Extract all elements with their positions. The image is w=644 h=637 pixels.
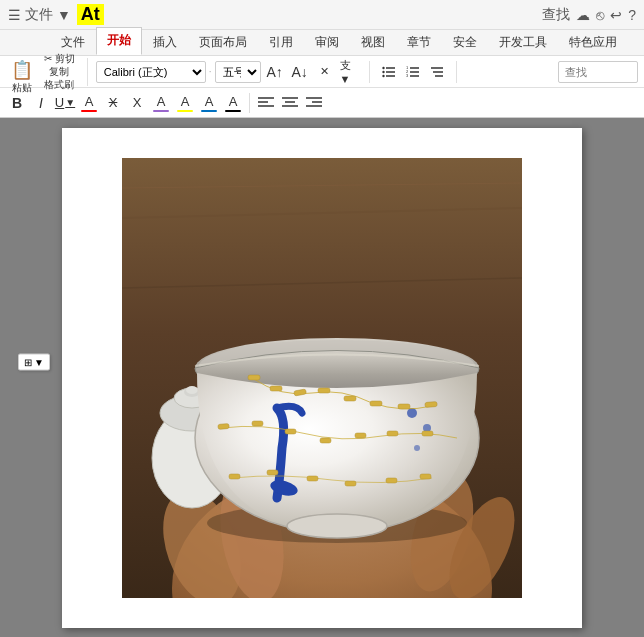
tab-developer[interactable]: 开发工具 [488, 29, 558, 55]
cut-button[interactable]: ✂ 剪切 [40, 53, 79, 65]
bold-button[interactable]: B [6, 92, 28, 114]
svg-rect-61 [422, 431, 433, 436]
tab-layout[interactable]: 页面布局 [188, 29, 258, 55]
svg-rect-53 [398, 404, 410, 409]
svg-point-46 [414, 445, 420, 451]
svg-rect-60 [387, 431, 398, 436]
action-arrow: ▼ [34, 356, 44, 367]
tab-insert[interactable]: 插入 [142, 29, 188, 55]
bowl-image [122, 158, 522, 598]
list-group: 123 [378, 61, 457, 83]
svg-point-4 [382, 70, 384, 72]
svg-rect-48 [270, 386, 282, 391]
share-icon[interactable]: ⎋ [596, 7, 604, 23]
font-size-select[interactable]: 五号 [215, 61, 261, 83]
tab-security[interactable]: 安全 [442, 29, 488, 55]
search-input[interactable] [558, 61, 638, 83]
image-action-button[interactable]: ⊞ ▼ [18, 353, 50, 370]
svg-point-5 [382, 74, 384, 76]
copy-button[interactable]: 复制 [40, 66, 79, 78]
grow-font-button[interactable]: A↑ [264, 61, 286, 83]
svg-rect-55 [218, 423, 229, 429]
paste-button[interactable]: 📋 粘贴 [6, 58, 38, 86]
help-icon[interactable]: ? [628, 7, 636, 23]
tab-chapter[interactable]: 章节 [396, 29, 442, 55]
svg-rect-52 [370, 401, 382, 406]
title-bar-left: ☰ 文件 ▼ [8, 6, 71, 24]
svg-rect-57 [285, 429, 296, 434]
cloud-icon[interactable]: ☁ [576, 7, 590, 23]
clear-format-button[interactable]: ✕ [314, 61, 336, 83]
svg-rect-59 [355, 433, 366, 438]
align-center-button[interactable] [279, 92, 301, 114]
undo-icon[interactable]: ↩ [610, 7, 622, 23]
italic-button[interactable]: I [30, 92, 52, 114]
top-right-icons: 查找 ☁ ⎋ ↩ ? [542, 6, 636, 24]
search-area [558, 61, 638, 83]
svg-point-68 [287, 514, 387, 538]
svg-rect-62 [229, 474, 240, 479]
document-page [62, 128, 582, 628]
dropdown-icon[interactable]: ▼ [57, 7, 71, 23]
document-image-wrapper [122, 158, 522, 598]
menu-icon[interactable]: ☰ [8, 7, 21, 23]
font-color2-button[interactable]: A [198, 92, 220, 114]
svg-rect-54 [425, 401, 437, 407]
font-color3-button[interactable]: A [222, 92, 244, 114]
number-list-button[interactable]: 123 [402, 61, 424, 83]
format-dropdown[interactable]: 支▼ [339, 61, 361, 83]
svg-rect-67 [420, 474, 431, 479]
format-paint-button[interactable]: 格式刷 [40, 79, 79, 91]
underline-button[interactable]: U▼ [54, 92, 76, 114]
svg-text:3: 3 [406, 73, 409, 78]
tab-review[interactable]: 审阅 [304, 29, 350, 55]
font-name-select[interactable]: Calibri (正文) [96, 61, 206, 83]
align-right-button[interactable] [303, 92, 325, 114]
highlight-button[interactable]: A [174, 92, 196, 114]
action-icon: ⊞ [24, 356, 32, 367]
svg-rect-47 [248, 375, 260, 380]
document-area: ⊞ ▼ [0, 118, 644, 637]
font-color-button[interactable]: A [78, 92, 100, 114]
tab-view[interactable]: 视图 [350, 29, 396, 55]
highlighted-at-text: At [77, 4, 104, 25]
svg-rect-51 [344, 396, 356, 401]
svg-rect-65 [345, 481, 356, 486]
svg-point-3 [382, 66, 384, 68]
ribbon-row2: B I U▼ A X X A A A A [0, 88, 644, 118]
outline-button[interactable] [426, 61, 448, 83]
svg-rect-58 [320, 438, 331, 443]
align-left-button[interactable] [255, 92, 277, 114]
text-effect-button[interactable]: A [150, 92, 172, 114]
shrink-font-button[interactable]: A↓ [289, 61, 311, 83]
tab-home[interactable]: 开始 [96, 27, 142, 55]
svg-rect-66 [386, 478, 397, 483]
file-label[interactable]: 文件 [25, 6, 53, 24]
subscript-button[interactable]: X [126, 92, 148, 114]
svg-rect-50 [318, 388, 330, 393]
ribbon-row1: 📋 粘贴 ✂ 剪切 复制 格式刷 Calibri (正文) · 五号 A↑ A↓… [0, 56, 644, 88]
paste-group: 📋 粘贴 ✂ 剪切 复制 格式刷 [6, 58, 88, 86]
svg-point-44 [407, 408, 417, 418]
strikethrough-button[interactable]: X [102, 92, 124, 114]
ribbon-tabs: 文件 开始 插入 页面布局 引用 审阅 视图 章节 安全 开发工具 特色应用 [0, 30, 644, 56]
svg-rect-63 [267, 470, 278, 475]
search-label[interactable]: 查找 [542, 6, 570, 24]
tab-features[interactable]: 特色应用 [558, 29, 628, 55]
svg-point-38 [186, 386, 198, 394]
font-group: Calibri (正文) · 五号 A↑ A↓ ✕ 支▼ [96, 61, 370, 83]
tab-references[interactable]: 引用 [258, 29, 304, 55]
bullet-list-button[interactable] [378, 61, 400, 83]
title-bar: ☰ 文件 ▼ At 查找 ☁ ⎋ ↩ ? [0, 0, 644, 30]
svg-rect-56 [252, 421, 263, 426]
svg-rect-64 [307, 476, 318, 481]
